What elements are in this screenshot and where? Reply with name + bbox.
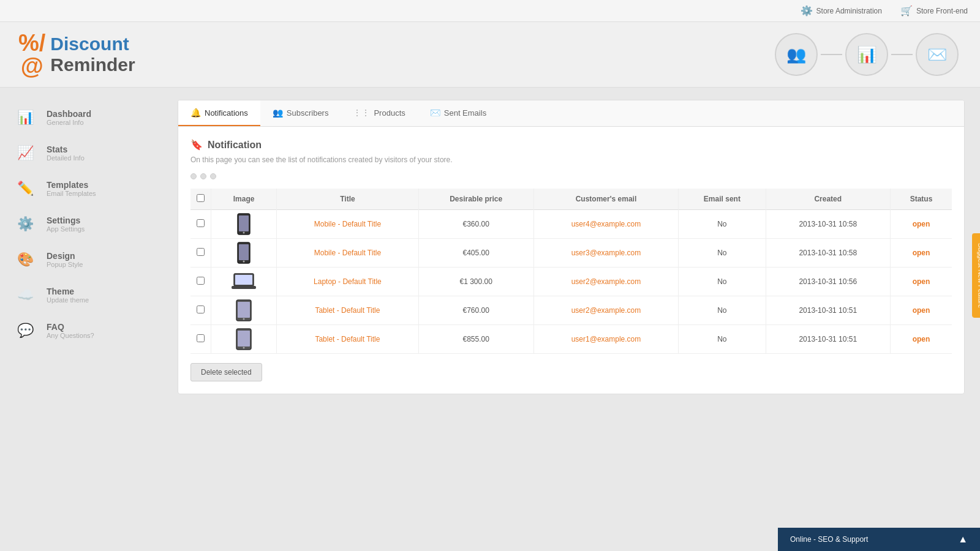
dot-2[interactable] (200, 173, 206, 179)
svg-point-14 (243, 347, 245, 349)
header-checkbox-cell (190, 189, 211, 210)
notifications-table: Image Title Desirable price Customer's e… (190, 189, 952, 354)
tab-bar: 🔔 Notifications 👥 Subscribers ⋮⋮ Product… (178, 100, 964, 127)
row-checkbox-0[interactable] (197, 219, 205, 227)
notification-tag-icon: 🔖 (190, 139, 203, 151)
customer-email-link[interactable]: user3@example.com (571, 249, 641, 257)
row-checkbox-cell (190, 296, 211, 325)
table-row: Tablet - Default Title €760.00 user2@exa… (190, 296, 952, 325)
product-image (232, 330, 256, 348)
row-created: 2013-10-31 10:58 (766, 239, 890, 268)
users-icon: 👥 (786, 45, 806, 64)
dot-3[interactable] (210, 173, 216, 179)
suggest-feature-button[interactable]: Suggest New Feature (972, 233, 980, 318)
sidebar-theme-sub: Update theme (47, 296, 89, 304)
tab-notifications[interactable]: 🔔 Notifications (178, 100, 260, 126)
sidebar-item-stats[interactable]: 📈 Stats Detailed Info (0, 135, 162, 171)
select-all-checkbox[interactable] (197, 194, 205, 202)
row-created: 2013-10-31 10:51 (766, 325, 890, 354)
header-status: Status (890, 189, 952, 210)
svg-rect-13 (238, 331, 250, 347)
product-title-link[interactable]: Laptop - Default Title (314, 277, 382, 286)
store-admin-link[interactable]: ⚙️ Store Administration (801, 5, 882, 17)
row-email: user2@example.com (533, 268, 678, 296)
header-email-sent: Email sent (679, 189, 766, 210)
customer-email-link[interactable]: user1@example.com (571, 335, 641, 343)
bottom-bar[interactable]: Online - SEO & Support ▲ (778, 528, 980, 551)
table-header-row: Image Title Desirable price Customer's e… (190, 189, 952, 210)
tab-products-label: Products (374, 108, 405, 118)
sidebar-item-theme[interactable]: ☁️ Theme Update theme (0, 277, 162, 313)
row-title: Mobile - Default Title (277, 210, 418, 239)
row-checkbox-cell (190, 268, 211, 296)
store-frontend-label: Store Front-end (916, 7, 968, 15)
templates-icon: ✏️ (17, 181, 39, 197)
product-image (232, 301, 256, 320)
dot-1[interactable] (190, 173, 197, 179)
product-title-link[interactable]: Mobile - Default Title (314, 220, 381, 228)
sidebar-faq-title: FAQ (47, 322, 94, 332)
tab-products[interactable]: ⋮⋮ Products (341, 100, 417, 126)
header-email-button[interactable]: ✉️ (916, 33, 959, 76)
content-area: 🔔 Notifications 👥 Subscribers ⋮⋮ Product… (162, 88, 980, 551)
delete-selected-button[interactable]: Delete selected (190, 363, 262, 381)
header-title: Title (277, 189, 418, 210)
table-row: Laptop - Default Title €1 300.00 user2@e… (190, 268, 952, 296)
row-checkbox-cell (190, 239, 211, 268)
bottom-bar-label: Online - SEO & Support (790, 535, 868, 544)
logo-reminder: Reminder (50, 54, 135, 75)
main-layout: 📊 Dashboard General Info 📈 Stats Detaile… (0, 88, 980, 551)
product-title-link[interactable]: Mobile - Default Title (314, 249, 381, 257)
product-image (232, 244, 256, 262)
bottom-bar-expand-icon[interactable]: ▲ (958, 534, 968, 545)
row-checkbox-2[interactable] (197, 277, 205, 285)
svg-rect-10 (238, 302, 250, 318)
table-row: Tablet - Default Title €855.00 user1@exa… (190, 325, 952, 354)
row-status: open (890, 325, 952, 354)
sidebar-item-settings[interactable]: ⚙️ Settings App Settings (0, 206, 162, 242)
row-price: €855.00 (418, 325, 533, 354)
notification-title-text: Notification (208, 140, 262, 151)
sidebar-item-faq[interactable]: 💬 FAQ Any Questions? (0, 313, 162, 348)
row-price: €1 300.00 (418, 268, 533, 296)
row-checkbox-4[interactable] (197, 334, 205, 342)
product-title-link[interactable]: Tablet - Default Title (315, 335, 380, 343)
sidebar-settings-sub: App Settings (47, 225, 85, 233)
sidebar-theme-title: Theme (47, 287, 89, 296)
store-frontend-link[interactable]: 🛒 Store Front-end (900, 5, 968, 17)
sidebar-design-sub: Popup Style (47, 261, 83, 268)
design-icon: 🎨 (17, 252, 39, 268)
row-image (211, 268, 277, 296)
stats-sidebar-icon: 📈 (17, 145, 39, 161)
row-title: Tablet - Default Title (277, 325, 418, 354)
header-stats-button[interactable]: 📊 (845, 33, 888, 76)
customer-email-link[interactable]: user2@example.com (571, 277, 641, 286)
store-admin-label: Store Administration (816, 7, 882, 15)
sidebar-item-dashboard[interactable]: 📊 Dashboard General Info (0, 100, 162, 135)
svg-rect-1 (239, 216, 249, 231)
header-users-button[interactable]: 👥 (775, 33, 818, 76)
email-icon: ✉️ (927, 45, 947, 64)
row-email: user3@example.com (533, 239, 678, 268)
row-created: 2013-10-31 10:56 (766, 268, 890, 296)
sidebar-item-design[interactable]: 🎨 Design Popup Style (0, 242, 162, 277)
tab-subscribers[interactable]: 👥 Subscribers (260, 100, 341, 126)
status-badge: open (913, 277, 930, 286)
faq-icon: 💬 (17, 323, 39, 339)
subscribers-tab-icon: 👥 (273, 108, 283, 118)
customer-email-link[interactable]: user4@example.com (571, 220, 641, 228)
sidebar-templates-title: Templates (47, 180, 96, 190)
row-checkbox-1[interactable] (197, 248, 205, 256)
pagination-dots (190, 173, 952, 179)
sidebar-stats-title: Stats (47, 144, 85, 154)
row-status: open (890, 296, 952, 325)
icon-connector-1 (821, 54, 842, 55)
customer-email-link[interactable]: user2@example.com (571, 306, 641, 315)
row-price: €405.00 (418, 239, 533, 268)
product-title-link[interactable]: Tablet - Default Title (315, 306, 380, 315)
settings-icon: ⚙️ (17, 216, 39, 232)
row-title: Laptop - Default Title (277, 268, 418, 296)
tab-sent-emails[interactable]: ✉️ Sent Emails (418, 100, 499, 126)
sidebar-item-templates[interactable]: ✏️ Templates Email Templates (0, 171, 162, 206)
row-checkbox-3[interactable] (197, 305, 205, 313)
